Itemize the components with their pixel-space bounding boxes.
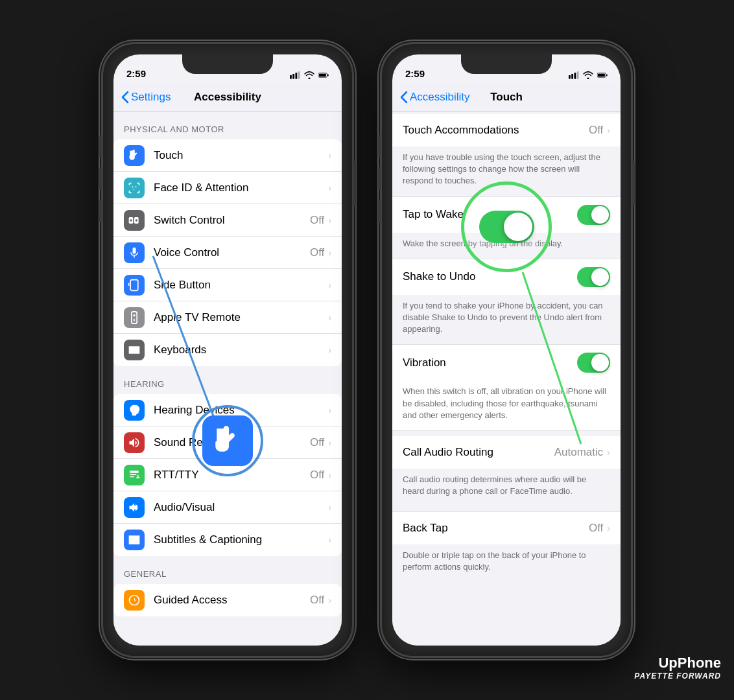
touch-icon [124, 145, 145, 166]
list-item-guided[interactable]: Guided Access Off › [113, 584, 342, 616]
faceid-svg [128, 181, 141, 194]
list-item-switch[interactable]: Switch Control Off › [113, 204, 342, 237]
voice-value: Off [310, 246, 324, 259]
watermark-upphone: UpPhone [634, 655, 721, 671]
rtt-value: Off [310, 469, 324, 482]
svg-rect-24 [598, 74, 605, 76]
list-item-faceid[interactable]: Face ID & Attention › [113, 172, 342, 204]
list-item-subtitles[interactable]: Subtitles & Captioning › [113, 524, 342, 556]
tap-wake-knob [591, 206, 609, 224]
phone-screen-left: 2:59 [113, 54, 342, 646]
touch-accommodations-row[interactable]: Touch Accommodations Off › [392, 114, 621, 146]
signal-icon-right [569, 71, 579, 79]
time-right: 2:59 [405, 68, 425, 79]
svg-rect-21 [577, 71, 579, 78]
rtt-svg [128, 469, 141, 482]
svg-rect-23 [606, 74, 608, 76]
voice-label: Voice Control [154, 246, 310, 259]
switch-chevron: › [328, 215, 331, 226]
tap-wake-label: Tap to Wake [403, 208, 464, 221]
list-item-appletv[interactable]: Apple TV Remote › [113, 301, 342, 334]
hand-icon [128, 149, 141, 162]
svg-rect-11 [130, 279, 138, 290]
status-icons-left [290, 71, 329, 79]
list-item-voice[interactable]: Voice Control Off › [113, 237, 342, 269]
touch-chevron: › [328, 150, 331, 161]
appletv-icon [124, 307, 145, 328]
vibration-knob [591, 354, 609, 371]
appletv-chevron: › [328, 312, 331, 323]
svg-rect-1 [292, 74, 294, 79]
guided-svg [128, 594, 141, 607]
svg-rect-2 [295, 73, 297, 78]
back-button-right[interactable]: Accessibility [400, 91, 470, 104]
svg-rect-12 [132, 311, 137, 323]
svg-point-10 [136, 219, 137, 221]
shake-label: Shake to Undo [403, 270, 475, 283]
switch-value: Off [310, 214, 324, 227]
svg-rect-5 [327, 74, 329, 76]
touch-label: Touch [154, 149, 328, 162]
list-item-keyboards[interactable]: Keyboards › [113, 334, 342, 366]
guided-value: Off [310, 594, 324, 607]
hearing-chevron: › [328, 405, 331, 415]
subtitles-svg [128, 533, 141, 546]
side-label: Side Button [154, 279, 328, 292]
switch-label: Switch Control [154, 214, 310, 227]
back-button-left[interactable]: Settings [121, 91, 171, 104]
side-svg [128, 279, 141, 292]
right-phone: 2:59 [380, 42, 633, 658]
vibration-desc: When this switch is off, all vibration o… [392, 380, 621, 430]
shake-toggle[interactable] [577, 267, 610, 287]
list-item-side[interactable]: Side Button › [113, 269, 342, 301]
shake-knob [591, 268, 609, 286]
svg-rect-14 [134, 318, 135, 321]
section-hearing-header: HEARING [113, 366, 342, 394]
annotation-icon [202, 415, 253, 466]
battery-icon-left [318, 71, 329, 79]
vibration-toggle[interactable] [577, 353, 610, 373]
time-left: 2:59 [126, 68, 146, 79]
keyboards-label: Keyboards [154, 344, 328, 356]
sound-chevron: › [328, 438, 331, 448]
nav-bar-right: Accessibility Touch [392, 83, 621, 111]
nav-title-left: Accessibility [194, 91, 261, 104]
keyboards-chevron: › [328, 345, 331, 355]
faceid-chevron: › [328, 183, 331, 193]
switch-icon [124, 210, 145, 231]
left-phone: 2:59 [101, 42, 354, 658]
voice-icon [124, 242, 145, 263]
list-item-touch[interactable]: Touch › [113, 139, 342, 172]
notch-right [461, 54, 552, 74]
watermark: UpPhone PAYETTE FORWARD [634, 655, 721, 681]
call-audio-value: Automatic › [554, 446, 610, 459]
phone-body-left: 2:59 [101, 42, 354, 658]
touch-acc-label: Touch Accommodations [403, 124, 519, 137]
watermark-payette: PAYETTE FORWARD [634, 671, 721, 681]
call-audio-desc: Call audio routing determines where audi… [392, 469, 621, 506]
tap-wake-toggle[interactable] [577, 205, 610, 225]
keyboards-svg [128, 344, 141, 356]
screen-content-left: PHYSICAL AND MOTOR Touch › [113, 111, 342, 646]
appletv-svg [128, 311, 141, 324]
back-tap-row[interactable]: Back Tap Off › [392, 512, 621, 544]
guided-label: Guided Access [154, 594, 310, 607]
status-icons-right [569, 71, 608, 79]
list-item-audio[interactable]: Audio/Visual › [113, 491, 342, 524]
annotation-circle-left [192, 405, 263, 476]
side-icon [124, 275, 145, 296]
svg-rect-3 [298, 71, 300, 78]
toggle-zoom-circle [461, 181, 552, 272]
faceid-label: Face ID & Attention [154, 181, 328, 194]
call-audio-row[interactable]: Call Audio Routing Automatic › [392, 436, 621, 469]
hearing-icon [124, 400, 145, 421]
svg-point-13 [133, 314, 135, 316]
svg-rect-20 [574, 73, 576, 78]
voice-chevron: › [328, 248, 331, 258]
audio-chevron: › [328, 502, 331, 513]
shake-desc: If you tend to shake your iPhone by acci… [392, 295, 621, 345]
nav-bar-left: Settings Accessibility [113, 83, 342, 111]
voice-svg [128, 246, 141, 259]
rtt-chevron: › [328, 470, 331, 480]
call-audio-section: Call Audio Routing Automatic › Call audi… [392, 436, 621, 506]
